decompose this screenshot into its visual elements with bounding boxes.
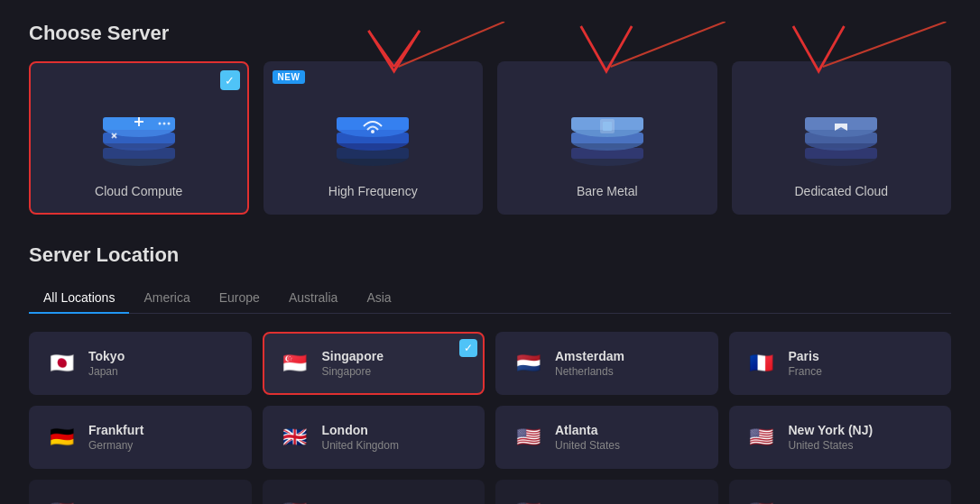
tab-america[interactable]: America — [129, 283, 204, 314]
location-card-ph1[interactable]: 🇺🇸 — [29, 480, 252, 504]
new-badge-high-frequency: NEW — [273, 70, 306, 84]
location-name-frankfurt: Frankfurt — [88, 423, 143, 437]
location-country-frankfurt: Germany — [88, 439, 143, 452]
server-location-title: Server Location — [29, 243, 951, 267]
server-card-cloud-compute[interactable]: ✓ — [29, 61, 249, 215]
flag-london: 🇬🇧 — [279, 421, 311, 454]
svg-point-24 — [371, 130, 374, 133]
tab-asia[interactable]: Asia — [352, 283, 405, 314]
server-card-dedicated-cloud[interactable]: Dedicated Cloud — [732, 61, 952, 215]
cloud-compute-icon — [89, 92, 189, 173]
bare-metal-icon — [558, 92, 657, 173]
location-card-singapore[interactable]: ✓ 🇸🇬 Singapore Singapore — [263, 332, 485, 395]
dedicated-cloud-label: Dedicated Cloud — [794, 184, 888, 198]
flag-ph1: 🇺🇸 — [45, 495, 78, 504]
location-country-london: United Kingdom — [322, 439, 399, 452]
location-card-amsterdam[interactable]: 🇳🇱 Amsterdam Netherlands — [495, 332, 718, 395]
location-info-singapore: Singapore Singapore — [322, 349, 384, 378]
svg-point-16 — [162, 123, 165, 125]
server-types-grid: ✓ — [29, 61, 951, 215]
location-grid-row1: 🇯🇵 Tokyo Japan ✓ 🇸🇬 Singapore Singapore … — [29, 332, 951, 395]
location-name-atlanta: Atlanta — [555, 423, 620, 437]
location-name-london: London — [322, 423, 399, 437]
location-info-tokyo: Tokyo Japan — [88, 349, 125, 378]
location-country-tokyo: Japan — [88, 365, 125, 378]
flag-singapore: 🇸🇬 — [279, 347, 311, 380]
server-card-bare-metal[interactable]: Bare Metal — [497, 61, 717, 215]
svg-rect-32 — [603, 122, 612, 131]
flag-ph2: 🇺🇸 — [279, 495, 311, 504]
location-grid-row3: 🇺🇸 🇺🇸 🇺🇸 🇺🇸 — [29, 480, 951, 504]
location-country-atlanta: United States — [555, 439, 620, 452]
tab-europe[interactable]: Europe — [205, 283, 274, 314]
location-card-london[interactable]: 🇬🇧 London United Kingdom — [263, 406, 485, 469]
location-card-ph2[interactable]: 🇺🇸 — [263, 480, 485, 504]
location-card-paris[interactable]: 🇫🇷 Paris France — [729, 332, 952, 395]
tab-australia[interactable]: Australia — [274, 283, 352, 314]
flag-new-york: 🇺🇸 — [745, 421, 778, 454]
choose-server-title: Choose Server — [29, 22, 951, 45]
location-grid-row2: 🇩🇪 Frankfurt Germany 🇬🇧 London United Ki… — [29, 406, 951, 469]
cloud-compute-label: Cloud Compute — [95, 184, 182, 198]
location-info-new-york: New York (NJ) United States — [789, 423, 874, 452]
bare-metal-label: Bare Metal — [577, 184, 638, 198]
selected-check-cloud: ✓ — [220, 70, 240, 90]
svg-rect-12 — [138, 117, 140, 126]
flag-atlanta: 🇺🇸 — [512, 421, 544, 454]
location-card-frankfurt[interactable]: 🇩🇪 Frankfurt Germany — [29, 406, 252, 469]
flag-tokyo: 🇯🇵 — [45, 347, 78, 380]
server-card-high-frequency[interactable]: NEW High Frequency — [263, 61, 484, 215]
flag-paris: 🇫🇷 — [745, 347, 778, 380]
svg-point-15 — [158, 123, 161, 125]
flag-ph4: 🇺🇸 — [745, 495, 778, 504]
location-info-paris: Paris France — [789, 349, 822, 378]
high-frequency-icon — [323, 92, 422, 173]
location-card-ph4[interactable]: 🇺🇸 — [729, 480, 952, 504]
location-name-singapore: Singapore — [322, 349, 384, 363]
location-name-amsterdam: Amsterdam — [555, 349, 624, 363]
svg-rect-23 — [337, 117, 409, 130]
location-country-new-york: United States — [789, 439, 874, 452]
location-country-paris: France — [789, 365, 822, 378]
location-country-amsterdam: Netherlands — [555, 365, 624, 378]
dedicated-cloud-icon — [791, 92, 891, 173]
location-info-atlanta: Atlanta United States — [555, 423, 620, 452]
flag-amsterdam: 🇳🇱 — [512, 347, 544, 380]
svg-point-17 — [167, 123, 170, 125]
flag-frankfurt: 🇩🇪 — [45, 421, 78, 454]
location-country-singapore: Singapore — [322, 365, 384, 378]
location-info-amsterdam: Amsterdam Netherlands — [555, 349, 624, 378]
flag-ph3: 🇺🇸 — [512, 495, 544, 504]
location-card-ph3[interactable]: 🇺🇸 — [495, 480, 718, 504]
location-info-london: London United Kingdom — [322, 423, 399, 452]
selected-check-singapore: ✓ — [459, 339, 477, 357]
high-frequency-label: High Frequency — [328, 184, 418, 198]
tab-all-locations[interactable]: All Locations — [29, 283, 129, 314]
location-card-new-york[interactable]: 🇺🇸 New York (NJ) United States — [729, 406, 952, 469]
location-info-frankfurt: Frankfurt Germany — [88, 423, 143, 452]
location-name-paris: Paris — [789, 349, 822, 363]
location-card-tokyo[interactable]: 🇯🇵 Tokyo Japan — [29, 332, 252, 395]
location-card-atlanta[interactable]: 🇺🇸 Atlanta United States — [495, 406, 718, 469]
location-name-new-york: New York (NJ) — [789, 423, 874, 437]
location-tabs: All Locations America Europe Australia A… — [29, 283, 951, 314]
location-name-tokyo: Tokyo — [88, 349, 125, 363]
